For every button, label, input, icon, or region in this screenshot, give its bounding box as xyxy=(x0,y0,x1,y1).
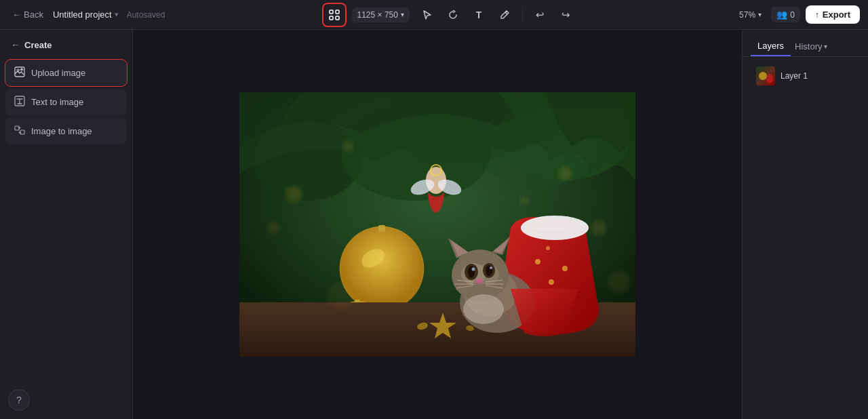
svg-rect-1 xyxy=(336,10,339,14)
toolbar-divider xyxy=(522,8,523,22)
layer-thumbnail xyxy=(756,66,775,85)
svg-point-17 xyxy=(342,141,353,152)
text-tool-icon: T xyxy=(476,9,482,20)
zoom-chevron-icon: ▾ xyxy=(758,11,762,18)
redo-icon: ↪ xyxy=(561,9,570,21)
frames-icon xyxy=(328,9,340,21)
project-name: Untitled project xyxy=(53,9,112,20)
svg-point-62 xyxy=(463,294,504,324)
zoom-selector[interactable]: 57% ▾ xyxy=(735,7,766,22)
sidebar-back-icon: ← xyxy=(11,39,20,50)
svg-point-69 xyxy=(759,72,767,80)
help-icon: ? xyxy=(16,395,22,405)
svg-point-49 xyxy=(472,268,475,271)
svg-point-66 xyxy=(328,282,355,309)
text-to-image-label: Text to image xyxy=(31,97,83,107)
canvas-image xyxy=(239,92,635,357)
sidebar-item-image-to-image[interactable]: Image to image xyxy=(5,118,127,144)
help-button[interactable]: ? xyxy=(8,389,30,411)
undo-icon: ↩ xyxy=(536,9,545,21)
main-area: ← Create Upload image xyxy=(0,30,868,419)
svg-point-39 xyxy=(546,246,550,250)
svg-rect-7 xyxy=(15,126,19,130)
sidebar-item-text-to-image[interactable]: Text to image xyxy=(5,89,127,115)
svg-rect-3 xyxy=(336,16,339,20)
svg-point-50 xyxy=(490,266,492,269)
svg-point-22 xyxy=(591,220,606,235)
collab-count: 0 xyxy=(790,10,795,20)
right-panel: Layers History ▾ xyxy=(742,30,868,419)
export-arrow-icon: ↑ xyxy=(815,10,819,20)
image-to-image-label: Image to image xyxy=(31,126,92,136)
tab-layers[interactable]: Layers xyxy=(751,37,791,56)
tab-history[interactable]: History ▾ xyxy=(791,37,831,56)
svg-point-21 xyxy=(267,222,279,234)
canvas-area[interactable] xyxy=(133,30,742,419)
select-tool-button[interactable] xyxy=(416,4,438,26)
text-tool-button[interactable]: T xyxy=(468,4,490,26)
layers-tab-label: Layers xyxy=(757,41,784,51)
project-name-area[interactable]: Untitled project ▾ xyxy=(53,9,119,20)
svg-point-37 xyxy=(549,279,554,285)
history-tab-label: History xyxy=(795,41,822,52)
svg-point-5 xyxy=(17,69,19,71)
svg-point-70 xyxy=(766,74,773,83)
sidebar-title: Create xyxy=(24,40,52,50)
layer-thumb-svg xyxy=(756,66,775,85)
svg-point-20 xyxy=(520,197,528,205)
svg-point-18 xyxy=(558,167,572,180)
zoom-level: 57% xyxy=(739,10,755,20)
layer-name: Layer 1 xyxy=(781,71,808,81)
left-sidebar: ← Create Upload image xyxy=(0,30,133,419)
rotate-icon xyxy=(448,9,458,20)
topbar-right: 57% ▾ 👥 0 ↑ Export xyxy=(735,5,860,24)
upload-image-icon xyxy=(14,66,26,79)
project-chevron-icon: ▾ xyxy=(115,10,119,19)
rotate-tool-button[interactable] xyxy=(442,4,464,26)
back-arrow-icon: ← xyxy=(12,9,21,20)
svg-point-35 xyxy=(521,216,589,240)
right-panel-tabs: Layers History ▾ xyxy=(743,30,868,57)
redo-button[interactable]: ↪ xyxy=(555,4,577,26)
autosaved-status: Autosaved xyxy=(127,10,165,20)
pen-icon xyxy=(499,9,510,20)
undo-button[interactable]: ↩ xyxy=(530,4,551,26)
text-to-image-icon xyxy=(14,96,26,108)
sidebar-item-upload[interactable]: Upload image xyxy=(5,60,127,86)
canvas-size-selector[interactable]: 1125 × 750 ▾ xyxy=(352,7,410,22)
svg-rect-26 xyxy=(378,225,385,232)
topbar: ← Back Untitled project ▾ Autosaved 1125… xyxy=(0,0,868,30)
svg-point-38 xyxy=(562,266,568,271)
canvas-size-chevron-icon: ▾ xyxy=(401,11,404,18)
pen-tool-button[interactable] xyxy=(494,4,515,26)
svg-point-67 xyxy=(608,271,630,293)
sidebar-header: ← Create xyxy=(5,35,127,54)
back-label: Back xyxy=(24,9,43,20)
layer-item[interactable]: Layer 1 xyxy=(748,61,863,91)
canvas-scene-svg xyxy=(239,92,635,357)
svg-point-51 xyxy=(476,279,483,283)
history-chevron-icon: ▾ xyxy=(824,43,827,50)
image-to-image-icon xyxy=(14,125,26,138)
svg-point-16 xyxy=(285,186,302,202)
svg-rect-8 xyxy=(20,130,24,134)
svg-rect-2 xyxy=(330,16,333,20)
canvas-size-label: 1125 × 750 xyxy=(357,10,398,20)
collab-button[interactable]: 👥 0 xyxy=(771,7,800,22)
frames-tool-button[interactable] xyxy=(323,4,345,26)
upload-image-label: Upload image xyxy=(31,68,85,78)
back-button[interactable]: ← Back xyxy=(8,7,47,22)
export-button[interactable]: ↑ Export xyxy=(806,5,860,24)
toolbar-center: 1125 × 750 ▾ T ↩ ↪ xyxy=(170,4,730,26)
export-label: Export xyxy=(823,9,850,20)
collab-icon: 👥 xyxy=(776,9,787,20)
svg-point-36 xyxy=(535,259,540,264)
svg-rect-0 xyxy=(330,10,333,14)
select-icon xyxy=(422,9,433,20)
